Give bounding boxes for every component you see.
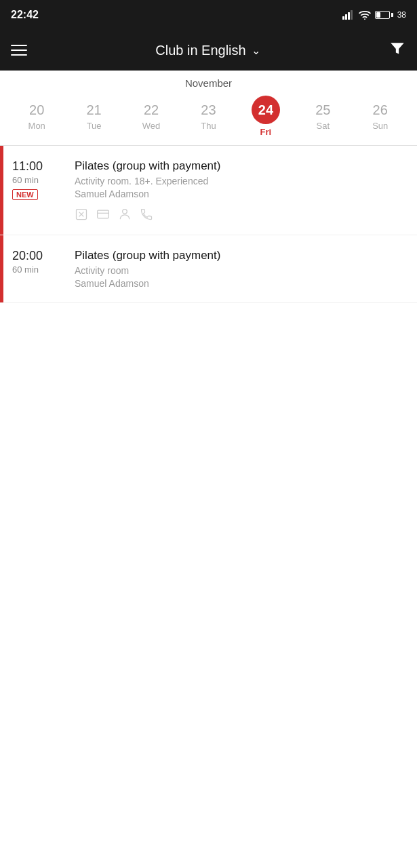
svg-point-4 xyxy=(364,18,365,20)
calendar-day-number: 20 xyxy=(29,102,44,118)
svg-rect-0 xyxy=(342,16,344,20)
app-header: Club in English ⌄ xyxy=(0,30,417,71)
calendar-day-sun[interactable]: 26Sun xyxy=(356,102,405,131)
hamburger-menu-button[interactable] xyxy=(11,45,27,56)
svg-rect-1 xyxy=(345,14,347,20)
schedule-item[interactable]: 20:0060 minPilates (group with payment)A… xyxy=(0,235,417,303)
battery-level: 38 xyxy=(397,10,406,20)
calendar-day-thu[interactable]: 23Thu xyxy=(184,102,233,131)
status-bar: 22:42 38 xyxy=(0,0,417,30)
schedule-trainer: Samuel Adamson xyxy=(75,278,406,289)
schedule-list: 11:0060 minNEWPilates (group with paymen… xyxy=(0,146,417,303)
svg-rect-3 xyxy=(351,10,353,20)
calendar-day-name: Tue xyxy=(87,121,102,131)
svg-rect-8 xyxy=(98,210,109,218)
calendar-day-sat[interactable]: 25Sat xyxy=(298,102,347,131)
calendar-day-number: 21 xyxy=(87,102,102,118)
schedule-time: 11:00 xyxy=(12,159,75,174)
calendar-day-number: 23 xyxy=(201,102,216,118)
schedule-duration: 60 min xyxy=(12,175,75,185)
schedule-duration: 60 min xyxy=(12,264,75,275)
calendar-day-name: Sun xyxy=(372,121,388,131)
calendar-day-name: Thu xyxy=(201,121,216,131)
schedule-action-icons xyxy=(75,208,406,221)
calendar-day-mon[interactable]: 20Mon xyxy=(12,102,61,131)
calendar-day-tue[interactable]: 21Tue xyxy=(70,102,119,131)
filter-icon xyxy=(389,40,406,58)
calendar-day-number: 22 xyxy=(144,102,159,118)
filter-button[interactable] xyxy=(389,40,406,60)
calendar-day-name: Sat xyxy=(317,121,330,131)
signal-icon xyxy=(342,10,355,20)
schedule-item[interactable]: 11:0060 minNEWPilates (group with paymen… xyxy=(0,146,417,235)
calendar-strip: 20Mon21Tue22Wed23Thu24Fri25Sat26Sun xyxy=(0,93,417,146)
new-badge: NEW xyxy=(12,189,38,200)
calendar-day-name: Fri xyxy=(260,127,272,137)
cancel-icon[interactable] xyxy=(75,208,88,221)
app-title: Club in English xyxy=(155,43,245,58)
schedule-title: Pilates (group with payment) xyxy=(75,159,406,173)
calendar-day-fri[interactable]: 24Fri xyxy=(241,96,290,137)
schedule-time-col: 11:0060 minNEW xyxy=(0,159,75,221)
month-label: November xyxy=(0,71,417,93)
calendar-day-name: Mon xyxy=(28,121,45,131)
schedule-trainer: Samuel Adamson xyxy=(75,189,406,199)
calendar-day-wed[interactable]: 22Wed xyxy=(127,102,176,131)
chevron-down-icon: ⌄ xyxy=(252,44,260,57)
svg-rect-2 xyxy=(348,12,350,20)
svg-point-10 xyxy=(123,210,127,214)
schedule-time: 20:00 xyxy=(12,249,75,263)
calendar-day-number: 25 xyxy=(315,102,330,118)
phone-icon[interactable] xyxy=(140,208,153,221)
person-icon[interactable] xyxy=(118,208,132,221)
schedule-title: Pilates (group with payment) xyxy=(75,249,406,262)
battery-icon xyxy=(375,11,393,19)
calendar-day-number: 26 xyxy=(373,102,388,118)
wifi-icon xyxy=(359,10,371,20)
schedule-details: Pilates (group with payment)Activity roo… xyxy=(75,249,406,289)
status-icons: 38 xyxy=(342,10,406,20)
payment-icon[interactable] xyxy=(96,208,110,221)
schedule-time-col: 20:0060 min xyxy=(0,249,75,289)
schedule-details: Pilates (group with payment)Activity roo… xyxy=(75,159,406,221)
calendar-day-number: 24 xyxy=(252,96,280,124)
schedule-location: Activity room. 18+. Experienced xyxy=(75,176,406,186)
status-time: 22:42 xyxy=(11,9,39,21)
title-dropdown[interactable]: Club in English ⌄ xyxy=(155,43,260,58)
schedule-location: Activity room xyxy=(75,265,406,276)
calendar-day-name: Wed xyxy=(142,121,161,131)
